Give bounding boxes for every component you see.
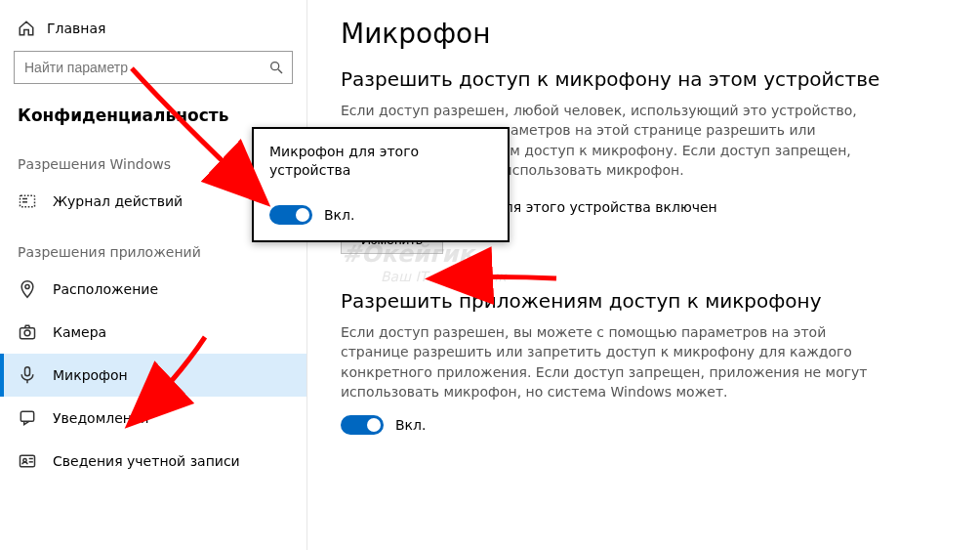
notifications-icon	[18, 408, 37, 428]
page-title: Микрофон	[341, 18, 951, 50]
device-mic-popup: Микрофон для этого устройства Вкл.	[252, 127, 510, 242]
popup-mic-toggle-label: Вкл.	[324, 207, 354, 223]
popup-mic-toggle[interactable]	[269, 205, 312, 225]
section2-heading: Разрешить приложениям доступ к микрофону	[341, 289, 951, 313]
activity-icon	[18, 191, 37, 211]
sidebar-item-microphone[interactable]: Микрофон	[0, 354, 306, 397]
main-content: Микрофон Разрешить доступ к микрофону на…	[307, 0, 980, 550]
sidebar-item-location[interactable]: Расположение	[0, 268, 306, 311]
search-icon	[268, 60, 284, 75]
popup-title: Микрофон для этого устройства	[269, 143, 492, 180]
sidebar-item-label: Расположение	[53, 281, 158, 297]
section1-heading: Разрешить доступ к микрофону на этом уст…	[341, 67, 951, 91]
home-icon	[18, 20, 35, 37]
svg-point-5	[25, 284, 29, 288]
svg-rect-10	[20, 411, 33, 421]
sidebar: Главная Конфиденциальность Разрешения Wi…	[0, 0, 307, 550]
svg-rect-11	[20, 455, 35, 467]
svg-point-7	[24, 330, 30, 336]
sidebar-home-label: Главная	[47, 21, 105, 36]
svg-line-1	[278, 69, 282, 73]
svg-point-0	[271, 63, 279, 70]
microphone-icon	[18, 365, 37, 385]
sidebar-item-label: Журнал действий	[53, 193, 183, 209]
sidebar-item-label: Уведомления	[53, 410, 148, 426]
search-input[interactable]	[22, 59, 268, 76]
apps-mic-toggle[interactable]	[341, 415, 384, 435]
sidebar-item-label: Сведения учетной записи	[53, 453, 240, 469]
sidebar-item-notifications[interactable]: Уведомления	[0, 397, 306, 440]
sidebar-item-camera[interactable]: Камера	[0, 311, 306, 354]
search-box[interactable]	[14, 51, 293, 84]
svg-point-12	[23, 459, 26, 462]
svg-rect-8	[25, 367, 30, 376]
sidebar-item-label: Камера	[53, 324, 106, 340]
svg-rect-2	[20, 195, 35, 207]
sidebar-item-label: Микрофон	[53, 367, 128, 383]
section2-description: Если доступ разрешен, вы можете с помощь…	[341, 322, 887, 402]
account-info-icon	[18, 451, 37, 471]
camera-icon	[18, 322, 37, 342]
location-icon	[18, 279, 37, 299]
sidebar-item-account-info[interactable]: Сведения учетной записи	[0, 440, 306, 483]
apps-mic-toggle-label: Вкл.	[395, 417, 426, 433]
sidebar-home[interactable]: Главная	[0, 14, 306, 47]
